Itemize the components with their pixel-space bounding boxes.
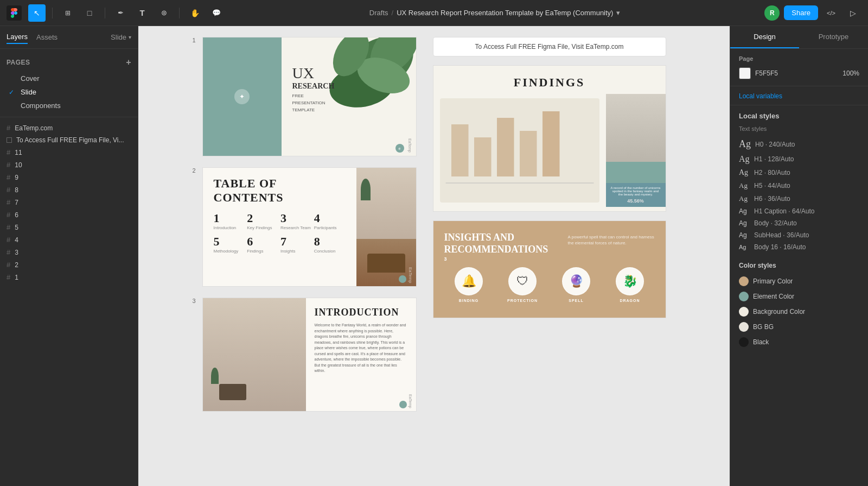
slide1-badge: e xyxy=(395,144,404,153)
layer-label: 11 xyxy=(15,149,22,156)
text-style-h0[interactable]: Ag H0 · 240/Auto xyxy=(739,136,859,152)
hand-tool[interactable]: ✋ xyxy=(186,4,203,22)
toc-item-6: 6 Findings xyxy=(247,235,278,254)
page-label-cover: Cover xyxy=(21,74,40,83)
page-opacity-value[interactable]: 100% xyxy=(843,70,859,77)
slide2-furniture xyxy=(356,239,416,286)
text-tool[interactable]: T xyxy=(133,4,151,22)
layer-3[interactable]: # 3 xyxy=(0,246,138,258)
separator2 xyxy=(105,8,105,18)
slide2-main: TABLE OF CONTENTS 1 Introduction 2 Key F… xyxy=(203,168,356,286)
present-button[interactable]: ▷ xyxy=(844,4,861,22)
move-tool[interactable]: ↖ xyxy=(28,4,46,22)
tab-slide[interactable]: Slide ▾ xyxy=(111,33,131,41)
insights-slide[interactable]: INSIGHTS ANDRECOMMENDATIONS 3 A powerful… xyxy=(433,220,666,318)
breadcrumb-drafts[interactable]: Drafts xyxy=(369,9,388,17)
insights-title-area: INSIGHTS ANDRECOMMENDATIONS 3 xyxy=(444,232,548,262)
text-style-h6[interactable]: Ag H6 · 36/Auto xyxy=(739,192,859,205)
dragon-icon: 🐉 xyxy=(616,267,644,295)
text-style-subhead[interactable]: Ag SubHead · 36/Auto xyxy=(739,229,859,241)
color-style-primary[interactable]: Primary Color xyxy=(739,274,859,289)
slide-2-wrapper: 2 TABLE OF CONTENTS 1 Introduction 2 Key… xyxy=(202,167,417,287)
layer-4[interactable]: # 4 xyxy=(0,233,138,246)
slide-2[interactable]: TABLE OF CONTENTS 1 Introduction 2 Key F… xyxy=(202,167,417,287)
findings-slide[interactable]: FINDINGS xyxy=(433,65,666,212)
slide3-badge xyxy=(399,401,407,408)
layer-access[interactable]: To Access Full FREE Figma File, Vi... xyxy=(0,134,138,146)
page-color-row: F5F5F5 100% xyxy=(739,67,859,79)
slide-1-wrapper: 1 ✦ UX RESEARCH FREE PRESENTATION TEMPLA… xyxy=(202,37,417,156)
file-caret[interactable]: ▾ xyxy=(616,9,620,17)
spell-label: SPELL xyxy=(569,299,584,302)
ts-name-h2: H2 · 80/Auto xyxy=(754,169,790,176)
slide1-ux: UX xyxy=(292,65,314,81)
pages-section-header: Pages + xyxy=(0,53,138,72)
toc-item-1: 1 Introduction xyxy=(214,211,245,230)
binding-icon: 🔔 xyxy=(455,267,483,295)
layer-label: 7 xyxy=(15,199,18,206)
frame-tool[interactable]: ⊞ xyxy=(59,4,76,22)
layer-label: 1 xyxy=(15,274,18,281)
toc-item-5: 5 Methodology xyxy=(214,235,245,254)
tab-design[interactable]: Design xyxy=(730,26,799,48)
findings-title: FINDINGS xyxy=(433,66,666,94)
layer-6[interactable]: # 6 xyxy=(0,209,138,221)
ts-ag-body: Ag xyxy=(739,219,750,227)
findings-percent: 45.56% xyxy=(610,198,661,204)
text-style-h1[interactable]: Ag H1 · 128/Auto xyxy=(739,152,859,166)
ts-ag-h0: Ag xyxy=(739,138,751,150)
spacer xyxy=(739,253,859,260)
text-style-h1cap[interactable]: Ag H1 Caption · 64/Auto xyxy=(739,205,859,217)
shape-tool[interactable]: □ xyxy=(81,4,98,22)
ts-name-h6: H6 · 36/Auto xyxy=(754,195,790,203)
component-tool[interactable]: ⊛ xyxy=(155,4,173,22)
comment-tool[interactable]: 💬 xyxy=(208,4,225,22)
tab-prototype[interactable]: Prototype xyxy=(799,26,868,48)
layer-8[interactable]: # 8 xyxy=(0,184,138,196)
page-color-swatch[interactable] xyxy=(739,67,751,79)
slide3-watermark: EaTemp xyxy=(409,394,412,408)
slide-3-wrapper: 3 INTRODUCTION Welcome to the Fantasy Wo… xyxy=(202,298,417,412)
page-color-value[interactable]: F5F5F5 xyxy=(755,70,778,77)
pen-tool[interactable]: ✒ xyxy=(112,4,129,22)
text-style-body16[interactable]: Ag Body 16 · 16/Auto xyxy=(739,241,859,253)
breadcrumb-sep: / xyxy=(392,9,394,17)
add-page-button[interactable]: + xyxy=(126,58,131,67)
toc-item-7: 7 Insights xyxy=(280,235,312,254)
layer-1[interactable]: # 1 xyxy=(0,271,138,283)
canvas[interactable]: 1 ✦ UX RESEARCH FREE PRESENTATION TEMPLA… xyxy=(138,26,730,486)
svg-rect-7 xyxy=(497,118,514,176)
toolbar-right: R Share </> ▷ xyxy=(764,4,861,22)
text-style-body[interactable]: Ag Body · 32/Auto xyxy=(739,217,859,229)
tab-layers[interactable]: Layers xyxy=(7,30,28,44)
share-button[interactable]: Share xyxy=(784,5,818,20)
layer-2[interactable]: # 2 xyxy=(0,258,138,271)
slide-3[interactable]: INTRODUCTION Welcome to the Fantasy Worl… xyxy=(202,298,417,412)
color-style-background[interactable]: Background Color xyxy=(739,304,859,319)
layer-eatem[interactable]: # EaTemp.com xyxy=(0,122,138,134)
text-style-h5[interactable]: Ag H5 · 44/Auto xyxy=(739,179,859,192)
color-style-element[interactable]: Element Color xyxy=(739,289,859,304)
code-view-button[interactable]: </> xyxy=(822,4,840,22)
ts-name-subhead: SubHead · 36/Auto xyxy=(754,231,809,239)
layer-7[interactable]: # 7 xyxy=(0,196,138,209)
preview-column: To Access Full FREE Figma File, Visit Ea… xyxy=(433,37,666,318)
page-item-slide[interactable]: ✓ Slide xyxy=(0,85,138,99)
slide-1[interactable]: ✦ UX RESEARCH FREE PRESENTATION TEMPLATE xyxy=(202,37,417,156)
layer-label: 4 xyxy=(15,236,18,244)
layer-5[interactable]: # 5 xyxy=(0,221,138,233)
page-item-cover[interactable]: Cover xyxy=(0,72,138,85)
layer-label: To Access Full FREE Figma File, Vi... xyxy=(16,136,124,144)
figma-logo[interactable] xyxy=(7,5,22,21)
tab-assets[interactable]: Assets xyxy=(36,31,58,43)
local-variables-link[interactable]: Local variables xyxy=(739,92,782,100)
color-style-bgbg[interactable]: BG BG xyxy=(739,319,859,334)
text-style-h2[interactable]: Ag H2 · 80/Auto xyxy=(739,166,859,179)
layer-11[interactable]: # 11 xyxy=(0,146,138,159)
panel-content: Pages + Cover ✓ Slide Components # EaTem… xyxy=(0,49,138,486)
color-style-black[interactable]: Black xyxy=(739,334,859,350)
page-item-components[interactable]: Components xyxy=(0,99,138,112)
ts-ag-h2: Ag xyxy=(739,168,750,177)
layer-9[interactable]: # 9 xyxy=(0,171,138,184)
layer-10[interactable]: # 10 xyxy=(0,159,138,171)
